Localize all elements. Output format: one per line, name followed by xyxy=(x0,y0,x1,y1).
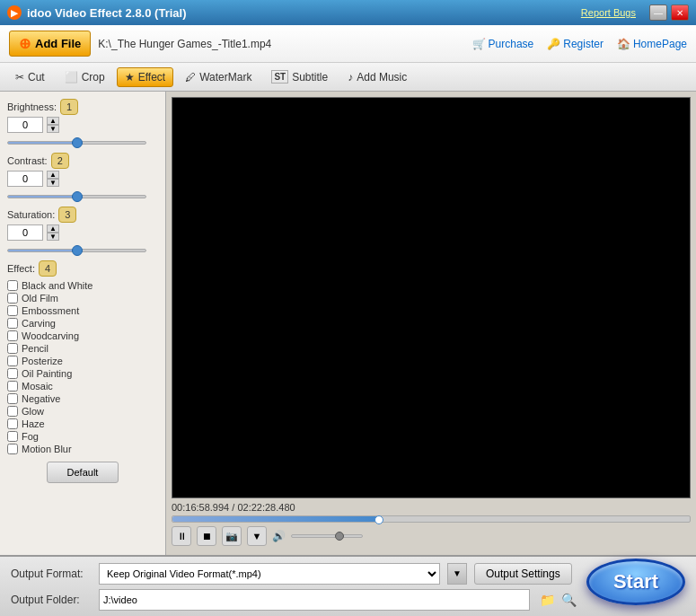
brightness-up-button[interactable]: ▲ xyxy=(47,117,59,125)
title-bar: ▶ idoo Video Effect 2.8.0 (Trial) Report… xyxy=(0,0,696,25)
list-item[interactable]: Posterize xyxy=(7,356,158,366)
list-item[interactable]: Haze xyxy=(7,418,158,429)
brightness-slider[interactable] xyxy=(7,141,146,145)
annotation-2: 2 xyxy=(51,153,69,169)
brightness-input[interactable] xyxy=(7,117,43,133)
contrast-up-button[interactable]: ▲ xyxy=(47,171,59,179)
volume-slider[interactable] xyxy=(291,534,363,538)
snapshot-dropdown-button[interactable]: ▼ xyxy=(247,526,267,546)
list-item[interactable]: Oil Painting xyxy=(7,368,158,379)
mosaic-checkbox[interactable] xyxy=(7,381,18,392)
add-icon: ⊕ xyxy=(19,35,31,52)
contrast-label: Contrast: xyxy=(7,155,48,166)
toolbar-tabs: ✂ Cut ⬜ Crop ★ Effect 🖊 WaterMark ST Sub… xyxy=(0,63,696,92)
app-icon: ▶ xyxy=(7,5,22,20)
minimize-button[interactable]: — xyxy=(649,4,667,21)
saturation-up-button[interactable]: ▲ xyxy=(47,224,59,233)
list-item[interactable]: Woodcarving xyxy=(7,330,158,341)
purchase-link[interactable]: 🛒 Purchase xyxy=(472,38,534,50)
negative-checkbox[interactable] xyxy=(7,393,18,404)
contrast-slider[interactable] xyxy=(7,195,146,198)
cart-icon: 🛒 xyxy=(472,38,486,50)
pencil-checkbox[interactable] xyxy=(7,343,18,354)
tab-crop[interactable]: ⬜ Crop xyxy=(57,67,113,87)
list-item[interactable]: Negative xyxy=(7,393,158,404)
tab-watermark[interactable]: 🖊 WaterMark xyxy=(177,67,260,87)
report-bugs-link[interactable]: Report Bugs xyxy=(581,7,636,18)
pause-button[interactable]: ⏸ xyxy=(172,526,191,546)
playback-controls: ⏸ ⏹ 📷 ▼ 🔊 xyxy=(172,526,691,546)
key-icon: 🔑 xyxy=(547,38,560,50)
output-format-select[interactable]: Keep Original Video Format(*.mp4) xyxy=(99,563,440,585)
list-item[interactable]: Fog xyxy=(7,431,158,442)
carving-checkbox[interactable] xyxy=(7,318,18,329)
glow-checkbox[interactable] xyxy=(7,406,18,417)
tab-add-music[interactable]: ♪ Add Music xyxy=(339,67,415,87)
home-icon: 🏠 xyxy=(617,38,630,50)
tab-subtitle[interactable]: ST Subtitle xyxy=(263,66,336,87)
contrast-down-button[interactable]: ▼ xyxy=(47,179,59,187)
register-link[interactable]: 🔑 Register xyxy=(547,38,603,50)
fog-checkbox[interactable] xyxy=(7,431,18,442)
time-display: 00:16:58.994 / 02:22:28.480 xyxy=(172,502,691,513)
haze-checkbox[interactable] xyxy=(7,418,18,429)
list-item[interactable]: Black and White xyxy=(7,280,158,291)
saturation-slider[interactable] xyxy=(7,249,146,252)
list-item[interactable]: Carving xyxy=(7,318,158,329)
tab-cut[interactable]: ✂ Cut xyxy=(7,67,53,87)
brightness-row: Brightness: 1 ▲ ▼ xyxy=(7,99,158,147)
subtitle-icon: ST xyxy=(271,70,288,84)
annotation-1: 1 xyxy=(60,99,78,115)
tab-effect[interactable]: ★ Effect xyxy=(117,67,173,87)
homepage-link[interactable]: 🏠 HomePage xyxy=(617,38,687,50)
output-folder-input[interactable] xyxy=(99,589,530,611)
embossment-checkbox[interactable] xyxy=(7,305,18,316)
motion-blur-checkbox[interactable] xyxy=(7,444,18,454)
bottom-section: Output Format: Keep Original Video Forma… xyxy=(0,555,696,616)
output-format-row: Output Format: Keep Original Video Forma… xyxy=(11,563,685,585)
annotation-3: 3 xyxy=(58,207,76,223)
start-button[interactable]: Start xyxy=(586,559,685,605)
progress-fill xyxy=(172,516,379,522)
close-button[interactable]: ✕ xyxy=(671,4,689,21)
list-item[interactable]: Glow xyxy=(7,406,158,417)
snapshot-button[interactable]: 📷 xyxy=(222,526,242,546)
format-dropdown-button[interactable]: ▼ xyxy=(447,563,467,585)
volume-icon: 🔊 xyxy=(272,530,286,542)
effect-section: Effect: 4 Black and White Old Film Embos… xyxy=(7,260,158,454)
black-white-checkbox[interactable] xyxy=(7,280,18,291)
old-film-checkbox[interactable] xyxy=(7,293,18,304)
left-panel: Brightness: 1 ▲ ▼ Contrast: 2 xyxy=(0,92,166,555)
browse-folder-button[interactable]: 📁 xyxy=(537,590,557,610)
stop-button[interactable]: ⏹ xyxy=(197,526,216,546)
saturation-down-button[interactable]: ▼ xyxy=(47,233,59,241)
list-item[interactable]: Motion Blur xyxy=(7,444,158,454)
effect-label: Effect: xyxy=(7,263,35,274)
add-file-button[interactable]: ⊕ Add File xyxy=(9,31,91,57)
progress-thumb xyxy=(374,515,383,524)
output-settings-button[interactable]: Output Settings xyxy=(474,563,572,585)
oil-painting-checkbox[interactable] xyxy=(7,368,18,379)
saturation-label: Saturation: xyxy=(7,209,55,220)
brightness-label: Brightness: xyxy=(7,101,57,112)
default-button[interactable]: Default xyxy=(47,462,119,483)
list-item[interactable]: Old Film xyxy=(7,293,158,304)
contrast-row: Contrast: 2 ▲ ▼ xyxy=(7,153,158,201)
annotation-4: 4 xyxy=(39,260,57,277)
brightness-down-button[interactable]: ▼ xyxy=(47,125,59,133)
main-content: Brightness: 1 ▲ ▼ Contrast: 2 xyxy=(0,92,696,555)
posterize-checkbox[interactable] xyxy=(7,356,18,366)
contrast-input[interactable] xyxy=(7,171,43,187)
list-item[interactable]: Mosaic xyxy=(7,381,158,392)
saturation-input[interactable] xyxy=(7,224,43,241)
woodcarving-checkbox[interactable] xyxy=(7,330,18,341)
search-folder-button[interactable]: 🔍 xyxy=(559,590,578,610)
list-item[interactable]: Pencil xyxy=(7,343,158,354)
folder-icons: 📁 🔍 xyxy=(537,590,578,610)
list-item[interactable]: Embossment xyxy=(7,305,158,316)
output-folder-row: Output Folder: 📁 🔍 xyxy=(11,589,685,611)
add-file-bar: ⊕ Add File K:\_The Hunger Games_-Title1.… xyxy=(0,25,696,63)
progress-bar[interactable] xyxy=(172,515,691,523)
app-title: idoo Video Effect 2.8.0 (Trial) xyxy=(27,6,186,20)
cut-icon: ✂ xyxy=(15,71,24,84)
